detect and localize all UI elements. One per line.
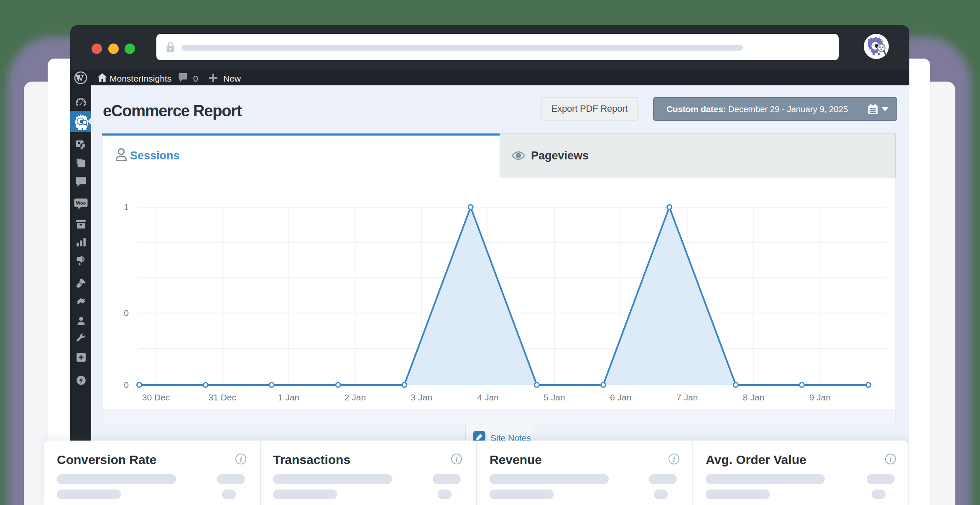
svg-text:30 Dec: 30 Dec <box>142 392 170 402</box>
svg-text:4 Jan: 4 Jan <box>477 392 498 402</box>
svg-text:3 Jan: 3 Jan <box>411 392 432 402</box>
svg-text:8 Jan: 8 Jan <box>743 392 764 402</box>
svg-text:6 Jan: 6 Jan <box>610 392 631 402</box>
svg-text:1: 1 <box>124 202 129 212</box>
svg-text:0: 0 <box>124 308 129 318</box>
svg-text:9 Jan: 9 Jan <box>809 392 831 402</box>
svg-text:5 Jan: 5 Jan <box>544 392 565 402</box>
svg-text:7 Jan: 7 Jan <box>676 392 698 402</box>
svg-text:31 Dec: 31 Dec <box>209 392 237 402</box>
svg-text:1 Jan: 1 Jan <box>278 392 299 402</box>
svg-text:Woo: Woo <box>76 200 86 205</box>
svg-text:0: 0 <box>124 380 129 390</box>
svg-text:2 Jan: 2 Jan <box>345 392 366 402</box>
